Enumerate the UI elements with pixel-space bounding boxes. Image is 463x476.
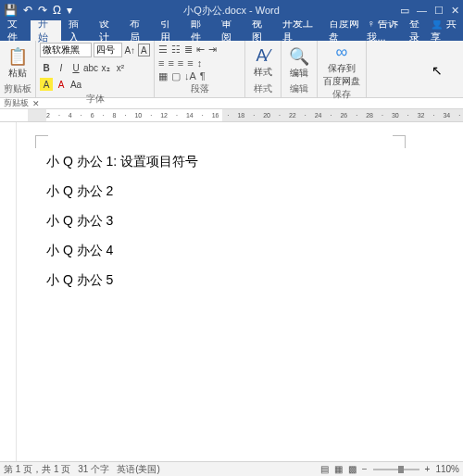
save-icon[interactable]: 💾 xyxy=(4,4,18,17)
zoom-in-icon[interactable]: + xyxy=(425,464,431,474)
tab-baidu[interactable]: 百度网盘 xyxy=(321,20,368,41)
group-save: ∞ 保存到 百度网盘 保存 xyxy=(318,41,367,97)
tab-review[interactable]: 审阅 xyxy=(214,20,244,41)
group-label-save: 保存 xyxy=(321,88,362,103)
margin-corner-tl xyxy=(35,135,48,148)
group-styles: A⁄ 样式 样式 xyxy=(245,41,282,97)
doc-line[interactable]: 小 Q 办公 3 xyxy=(46,213,402,230)
tab-file[interactable]: 文件 xyxy=(0,20,31,41)
underline-button[interactable]: U xyxy=(69,61,82,74)
window-title: 小Q办公.docx - Word xyxy=(183,4,280,18)
view-print-icon[interactable]: ▦ xyxy=(334,464,343,474)
page-scroll[interactable]: 小 Q 办公 1: 设置项目符号 小 Q 办公 2 小 Q 办公 3 小 Q 办… xyxy=(17,122,463,461)
group-font: 微软雅黑 四号 A↑ A B I U abc x₂ x² A A Aa 字体 xyxy=(36,41,155,97)
view-read-icon[interactable]: ▤ xyxy=(320,464,329,474)
char-box-icon[interactable]: A xyxy=(138,44,150,56)
symbol-icon[interactable]: Ω xyxy=(53,4,61,17)
group-paragraph: ☰ ☷ ≣ ⇤ ⇥ ≡ ≡ ≡ ≡ ↕ ▦ ▢ ↓A ¶ 段落 xyxy=(155,41,245,97)
baidu-cloud-icon: ∞ xyxy=(336,43,348,62)
redo-icon[interactable]: ↷ xyxy=(38,4,47,17)
grow-font-icon[interactable]: A↑ xyxy=(124,44,136,56)
ribbon: 📋 粘贴 剪贴板 微软雅黑 四号 A↑ A B I U abc x₂ x² A xyxy=(0,41,463,98)
bold-button[interactable]: B xyxy=(40,61,53,74)
styles-button[interactable]: A⁄ 样式 xyxy=(249,46,277,79)
content-area: 小 Q 办公 1: 设置项目符号 小 Q 办公 2 小 Q 办公 3 小 Q 办… xyxy=(0,122,463,461)
superscript-button[interactable]: x² xyxy=(114,61,127,74)
strike-button[interactable]: abc xyxy=(84,61,97,74)
numbering-icon[interactable]: ☷ xyxy=(171,44,181,56)
align-left-icon[interactable]: ≡ xyxy=(158,57,164,69)
status-language[interactable]: 英语(美国) xyxy=(117,463,160,476)
view-web-icon[interactable]: ▩ xyxy=(348,464,357,474)
zoom-slider[interactable] xyxy=(373,469,419,470)
spacing-icon[interactable]: ↕ xyxy=(197,57,203,69)
close-icon[interactable]: ✕ xyxy=(451,5,459,17)
subscript-button[interactable]: x₂ xyxy=(99,61,112,74)
qat-more-icon[interactable]: ▾ xyxy=(67,4,72,17)
doc-line[interactable]: 小 Q 办公 2 xyxy=(46,183,402,200)
statusbar: 第 1 页，共 1 页 31 个字 英语(美国) ▤ ▦ ▩ − + 110% xyxy=(0,461,463,476)
vertical-ruler[interactable] xyxy=(0,122,17,461)
group-clipboard: 📋 粘贴 剪贴板 xyxy=(0,41,36,97)
font-size-select[interactable]: 四号 xyxy=(94,43,121,57)
document-page[interactable]: 小 Q 办公 1: 设置项目符号 小 Q 办公 2 小 Q 办公 3 小 Q 办… xyxy=(28,122,417,461)
ribbon-options-icon[interactable]: ▭ xyxy=(400,5,409,17)
indent-left-icon[interactable]: ⇤ xyxy=(196,44,205,56)
bullets-icon[interactable]: ☰ xyxy=(158,44,168,56)
share-button[interactable]: 👤 共享 xyxy=(431,17,457,44)
maximize-icon[interactable]: ☐ xyxy=(434,5,444,17)
tab-layout[interactable]: 布局 xyxy=(122,20,153,41)
group-label-editing: 编辑 xyxy=(285,82,313,97)
borders-icon[interactable]: ▢ xyxy=(171,70,181,82)
find-icon: 🔍 xyxy=(289,46,309,67)
paste-button[interactable]: 📋 粘贴 xyxy=(4,46,31,80)
align-right-icon[interactable]: ≡ xyxy=(178,57,183,69)
shading-icon[interactable]: ▦ xyxy=(158,70,168,82)
justify-icon[interactable]: ≡ xyxy=(187,57,193,69)
tab-references[interactable]: 引用 xyxy=(153,20,183,41)
italic-button[interactable]: I xyxy=(55,61,68,74)
tab-mailings[interactable]: 邮件 xyxy=(183,20,214,41)
undo-icon[interactable]: ↶ xyxy=(23,4,32,17)
font-color-button[interactable]: A xyxy=(55,78,68,91)
horizontal-ruler[interactable]: 2·4·6·8·10·12·14·16·18·20·22·24·26·28·30… xyxy=(0,109,463,122)
titlebar: 💾 ↶ ↷ Ω ▾ 小Q办公.docx - Word ▭ — ☐ ✕ xyxy=(0,0,463,20)
tab-insert[interactable]: 插入 xyxy=(61,20,92,41)
window-controls: ▭ — ☐ ✕ xyxy=(400,5,459,17)
group-editing: 🔍 编辑 编辑 xyxy=(282,41,318,97)
tab-home[interactable]: 开始 xyxy=(31,20,61,41)
save-baidu-button[interactable]: ∞ 保存到 百度网盘 xyxy=(321,43,362,88)
doc-line[interactable]: 小 Q 办公 5 xyxy=(46,272,402,289)
signin-link[interactable]: 登录 xyxy=(409,17,424,44)
show-marks-icon[interactable]: ¶ xyxy=(200,70,206,82)
font-name-select[interactable]: 微软雅黑 xyxy=(40,43,92,57)
align-center-icon[interactable]: ≡ xyxy=(168,57,173,69)
indent-right-icon[interactable]: ⇥ xyxy=(208,44,217,56)
styles-icon: A⁄ xyxy=(256,46,269,66)
quick-access-toolbar: 💾 ↶ ↷ Ω ▾ xyxy=(4,4,72,17)
tab-design[interactable]: 设计 xyxy=(92,20,122,41)
char-shading-button[interactable]: Aa xyxy=(69,78,82,91)
margin-corner-tr xyxy=(393,135,406,148)
doc-line[interactable]: 小 Q 办公 4 xyxy=(46,243,402,259)
group-label-styles: 样式 xyxy=(249,82,277,97)
ribbon-tabs: 文件 开始 插入 设计 布局 引用 邮件 审阅 视图 开发工具 百度网盘 ♀ 告… xyxy=(0,20,463,41)
status-page[interactable]: 第 1 页，共 1 页 xyxy=(4,463,70,476)
sort-icon[interactable]: ↓A xyxy=(184,70,196,82)
clipboard-icon: 📋 xyxy=(7,46,28,67)
editing-button[interactable]: 🔍 编辑 xyxy=(285,46,313,80)
minimize-icon[interactable]: — xyxy=(417,5,427,17)
group-label-paragraph: 段落 xyxy=(158,82,241,97)
multilevel-icon[interactable]: ≣ xyxy=(184,44,193,56)
close-pane-icon[interactable]: ✕ xyxy=(32,99,40,108)
group-label-clipboard: 剪贴板 xyxy=(4,82,31,97)
highlight-button[interactable]: A xyxy=(40,78,53,91)
status-words[interactable]: 31 个字 xyxy=(78,463,109,476)
zoom-level[interactable]: 110% xyxy=(435,464,459,474)
zoom-out-icon[interactable]: − xyxy=(362,464,368,474)
clipboard-pane-label: 剪贴板 xyxy=(4,97,29,109)
doc-line[interactable]: 小 Q 办公 1: 设置项目符号 xyxy=(46,154,402,170)
tab-dev[interactable]: 开发工具 xyxy=(275,20,321,41)
tab-view[interactable]: 视图 xyxy=(244,20,275,41)
tell-me[interactable]: ♀ 告诉我... xyxy=(367,17,404,44)
